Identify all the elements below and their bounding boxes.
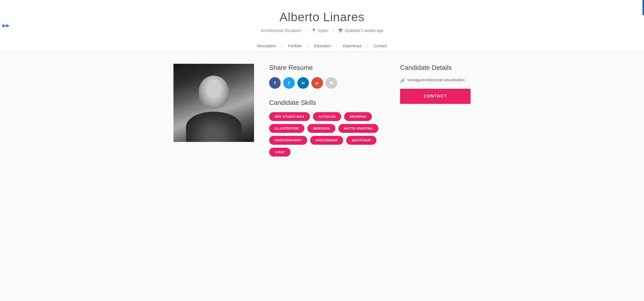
skill-tag: INDESIGN: [307, 124, 335, 133]
googleplus-icon: g+: [315, 81, 319, 85]
share-resume-heading: Share Resume: [269, 64, 385, 72]
meta-title: Architectural Visualizer: [261, 28, 301, 33]
candidate-link: 🔗 Viznaga Architectural Visualization: [400, 77, 471, 84]
contact-button[interactable]: CONTACT: [400, 89, 471, 104]
tab-experience[interactable]: Experience: [337, 41, 368, 51]
photo-section: [173, 64, 254, 142]
candidate-details-heading: Candidate Details: [400, 64, 471, 72]
skill-tag: PHOTOSHOP: [310, 136, 343, 145]
meta-updated: 📅 Updated 2 weeks ago: [338, 28, 383, 33]
social-buttons: f t in g+ ✉: [269, 77, 385, 89]
skill-tag: ILLUSTRATOR: [269, 124, 304, 133]
tab-portfolio[interactable]: Portfolio: [282, 41, 308, 51]
skill-tag: SKETCHUP: [346, 136, 376, 145]
googleplus-button[interactable]: g+: [311, 77, 323, 89]
skills-grid: 3DS STUDIO MAXAUTOCADDRAWINGILLUSTRATORI…: [269, 112, 385, 157]
email-button[interactable]: ✉: [326, 77, 337, 89]
center-section: Share Resume f t in g+ ✉ Candidate Skill…: [269, 64, 385, 157]
skill-tag: V-RAY: [269, 148, 291, 157]
skill-tag: DRAWING: [344, 112, 372, 121]
blue-accent-bar: [642, 0, 644, 15]
skill-tag: MATTE PAINTING: [338, 124, 379, 133]
photo-placeholder: [173, 64, 254, 142]
tab-description[interactable]: Description: [251, 41, 282, 51]
facebook-button[interactable]: f: [269, 77, 281, 89]
linkedin-button[interactable]: in: [297, 77, 309, 89]
meta-location: 📍 Spain: [311, 28, 328, 33]
skill-tag: 3DS STUDIO MAX: [269, 112, 310, 121]
facebook-icon: f: [274, 80, 276, 86]
main-content: Share Resume f t in g+ ✉ Candidate Skill…: [158, 64, 486, 157]
separator-1: |: [306, 28, 307, 33]
twitter-icon: t: [288, 80, 290, 86]
skills-heading: Candidate Skills: [269, 99, 385, 107]
nav-tabs: Description Portfolio Education Experien…: [5, 39, 639, 51]
twitter-button[interactable]: t: [283, 77, 295, 89]
candidate-photo: [173, 64, 254, 142]
email-icon: ✉: [330, 80, 333, 86]
header-area: ▶▶ Alberto Linares Architectural Visuali…: [0, 0, 644, 51]
scroll-arrow-icon[interactable]: ▶▶: [3, 23, 10, 28]
linkedin-icon: in: [302, 81, 305, 85]
right-section: Candidate Details 🔗 Viznaga Architectura…: [400, 64, 471, 104]
candidate-link-text: Viznaga Architectural Visualization: [407, 77, 465, 83]
separator-2: |: [333, 28, 334, 33]
tab-contact[interactable]: Contact: [368, 41, 393, 51]
calendar-icon: 📅: [338, 28, 343, 33]
profile-name: Alberto Linares: [5, 10, 639, 24]
skill-tag: AUTOCAD: [313, 112, 341, 121]
link-icon: 🔗: [400, 78, 405, 84]
tab-education[interactable]: Education: [308, 41, 337, 51]
profile-meta: Architectural Visualizer | 📍 Spain | 📅 U…: [5, 28, 639, 33]
skill-tag: PHOTOGRAPHY: [269, 136, 307, 145]
location-icon: 📍: [311, 28, 316, 33]
